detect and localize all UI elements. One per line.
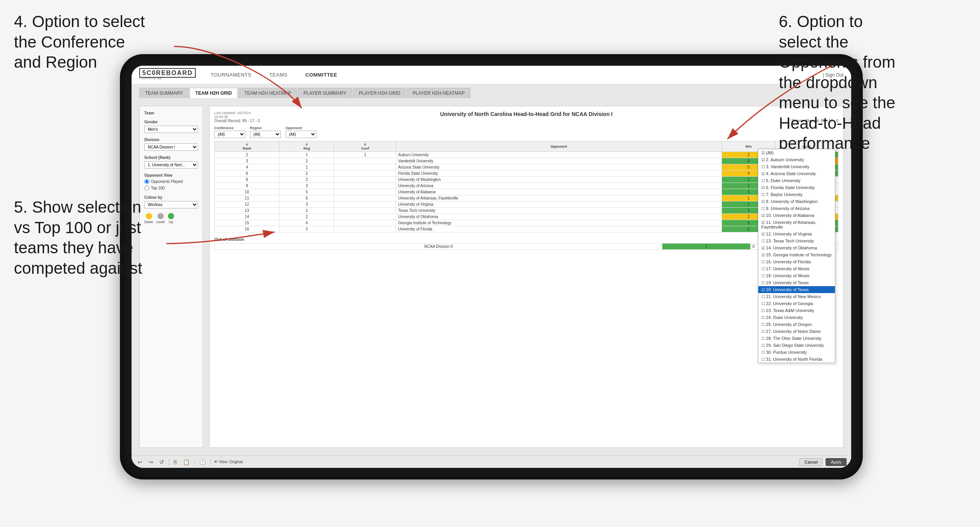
dropdown-item[interactable]: 22. University of Georgia	[758, 300, 835, 307]
copy-btn[interactable]: ⎘	[172, 458, 178, 466]
table-row: 10 5 University of Alabama 3 0	[215, 189, 838, 195]
dropdown-item[interactable]: 13. Texas Tech University	[758, 237, 835, 244]
table-row: 13 1 Texas Tech University 3 0	[215, 208, 838, 214]
col-reg: #Reg	[279, 142, 334, 152]
apply-button[interactable]: Apply	[826, 458, 847, 466]
cell-opponent: University of Oklahoma	[396, 214, 722, 220]
dropdown-item[interactable]: 21. University of New Mexico	[758, 293, 835, 300]
dropdown-item[interactable]: 20. University of Texas	[758, 286, 835, 293]
right-panel: Last Updated: 4/5/2024 16:55:38 Universi…	[209, 106, 843, 448]
out-division-section: Out of division NCAA Division II 1 0	[214, 237, 838, 250]
division-label: Division	[144, 138, 198, 142]
dropdown-item[interactable]: 3. Vanderbilt University	[758, 163, 835, 170]
cell-conf	[334, 158, 396, 164]
opponent-view-label: Opponent View	[144, 173, 198, 177]
dropdown-item[interactable]: 23. Texas A&M University	[758, 307, 835, 314]
dropdown-item[interactable]: 25. University of Oregon	[758, 321, 835, 328]
dropdown-item[interactable]: 19. University of Texas	[758, 279, 835, 286]
dropdown-item[interactable]: 30. Purdue University	[758, 349, 835, 356]
cell-opponent: Auburn University	[396, 152, 722, 158]
cell-rank: 6	[215, 171, 279, 177]
dropdown-item[interactable]: 2. Auburn University	[758, 156, 835, 163]
cell-conf: 1	[334, 152, 396, 158]
table-row: 6 2 Florida State University 4 2	[215, 171, 838, 177]
radio-opponents-played[interactable]: Opponents Played	[144, 179, 198, 184]
paste-btn[interactable]: 📋	[181, 458, 191, 466]
col-conf: #Conf	[334, 142, 396, 152]
refresh-btn[interactable]: ↺	[158, 458, 166, 466]
tab-player-h2h-heatmap[interactable]: PLAYER H2H HEATMAP	[407, 88, 470, 98]
overall-record: Overall Record: 89 - 17 - 0	[214, 119, 260, 123]
view-icon: 👁	[214, 460, 219, 464]
table-row: 15 4 Georgia Institute of Technology 5 1	[215, 220, 838, 226]
dropdown-item[interactable]: 16. University of Florida	[758, 258, 835, 265]
region-label: Region	[250, 126, 281, 130]
conference-select[interactable]: (All)	[214, 131, 245, 138]
division-select[interactable]: NCAA Division I	[144, 143, 198, 151]
out-division-header: Out of division	[214, 237, 838, 242]
opponent-filter: Opponent (All)	[286, 126, 316, 138]
cell-opponent: Texas Tech University	[396, 208, 722, 214]
dropdown-item[interactable]: 7. Baylor University	[758, 191, 835, 198]
cell-rank: 9	[215, 183, 279, 189]
dropdown-item[interactable]: 14. University of Oklahoma	[758, 244, 835, 251]
cell-rank: 2	[215, 152, 279, 158]
opponent-view-radios: Opponents Played Top 100	[144, 179, 198, 191]
cell-reg: 6	[279, 195, 334, 201]
opponent-view-section: Opponent View Opponents Played Top 100	[144, 173, 198, 191]
cell-rank: 4	[215, 164, 279, 171]
dropdown-item[interactable]: 17. University of Illinois	[758, 265, 835, 272]
tab-player-h2h-grid[interactable]: PLAYER H2H GRID	[353, 88, 406, 98]
region-select[interactable]: (All)	[250, 131, 281, 138]
gender-label: Gender	[144, 120, 198, 124]
cell-opponent: University of Virginia	[396, 201, 722, 208]
school-label: School (Rank)	[144, 155, 198, 160]
cell-rank: 8	[215, 177, 279, 183]
dropdown-item[interactable]: 10. University of Alabama	[758, 212, 835, 219]
cancel-button[interactable]: Cancel	[799, 458, 823, 466]
dropdown-item[interactable]: 24. Duke University	[758, 314, 835, 321]
dropdown-item[interactable]: 15. Georgia Institute of Technology	[758, 251, 835, 258]
dropdown-item[interactable]: 27. University of Notre Dame	[758, 328, 835, 335]
dropdown-item[interactable]: 29. San Diego State University	[758, 342, 835, 349]
opponent-select[interactable]: (All)	[286, 131, 316, 138]
dropdown-item[interactable]: 12. University of Virginia	[758, 230, 835, 237]
out-division-table: NCAA Division II 1 0	[214, 243, 838, 250]
arrow-dropdown	[696, 54, 851, 151]
clock-btn[interactable]: 🕐	[198, 458, 207, 466]
cell-conf	[334, 214, 396, 220]
table-row: 2 1 1 Auburn University 2 1	[215, 152, 838, 158]
cell-reg: 1	[279, 152, 334, 158]
dropdown-item[interactable]: 6. Florida State University	[758, 184, 835, 191]
toolbar: ↩ ↪ ↺ ⎘ 📋 🕐 👁 View: Original Cancel Appl…	[132, 455, 851, 468]
dropdown-item[interactable]: 9. University of Arizona	[758, 205, 835, 212]
dropdown-item[interactable]: 28. The Ohio State University	[758, 335, 835, 342]
dropdown-item[interactable]: 11. University of Arkansas, Fayetteville	[758, 219, 835, 230]
cell-conf	[334, 208, 396, 214]
school-section: School (Rank) 1. University of Nort...	[144, 155, 198, 169]
radio-top100[interactable]: Top 100	[144, 186, 198, 191]
undo-btn[interactable]: ↩	[136, 458, 144, 466]
view-label: 👁 View: Original	[214, 460, 243, 464]
dropdown-item[interactable]: 5. Duke University	[758, 177, 835, 184]
gender-select[interactable]: Men's	[144, 126, 198, 133]
dropdown-item[interactable]: 4. Arizona State University	[758, 170, 835, 177]
cell-conf	[334, 201, 396, 208]
cell-opponent: University of Arizona	[396, 183, 722, 189]
dropdown-item[interactable]: (All)	[758, 149, 835, 156]
cell-conf	[334, 195, 396, 201]
cell-reg: 2	[279, 177, 334, 183]
redo-btn[interactable]: ↪	[147, 458, 155, 466]
cell-reg: 2	[279, 226, 334, 232]
data-table: #Rank #Reg #Conf Opponent Win Loss 2 1	[214, 141, 838, 232]
out-division-win: 1	[662, 244, 750, 250]
school-select[interactable]: 1. University of Nort...	[144, 161, 198, 169]
division-section: Division NCAA Division I	[144, 138, 198, 151]
region-filter: Region (All)	[250, 126, 281, 138]
cell-reg: 2	[279, 158, 334, 164]
dropdown-item[interactable]: 8. University of Washington	[758, 198, 835, 205]
dropdown-item[interactable]: 31. University of North Florida	[758, 356, 835, 363]
opponent-dropdown[interactable]: (All)2. Auburn University3. Vanderbilt U…	[758, 149, 835, 363]
cell-rank: 3	[215, 158, 279, 164]
dropdown-item[interactable]: 18. University of Illinois	[758, 272, 835, 279]
